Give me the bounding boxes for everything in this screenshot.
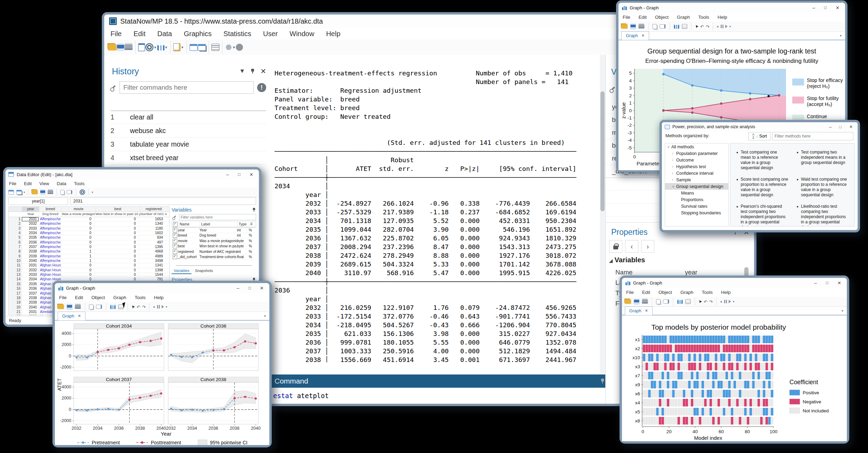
main-print-icon[interactable] (125, 44, 133, 50)
pss-tree-group-sequential-design[interactable]: ∨Group sequential design (665, 183, 728, 190)
history-pin-icon[interactable] (251, 69, 255, 74)
pss-maximize-button[interactable]: □ (839, 125, 842, 129)
de-variable-row-year[interactable]: yearYearint% (172, 228, 256, 233)
de-row-10[interactable]: 102040Affenpinscher103498 (9, 259, 169, 263)
de-col-year[interactable]: year (22, 207, 39, 212)
main-graph-dropdown-icon[interactable]: ▾ (165, 45, 167, 50)
win-gsd-minimize-button[interactable]: – (812, 5, 815, 10)
win-atet-tab-graph[interactable]: Graph✕ (58, 312, 85, 320)
win-atet-graph-icon[interactable] (110, 304, 115, 309)
win-gsd-dropdown-icon[interactable]: ▾ (729, 25, 731, 28)
data-editor-minimize-button[interactable]: – (226, 172, 229, 177)
de-variable-row-breed[interactable]: breedDog breedint% (172, 233, 256, 239)
win-top-table-icon[interactable] (685, 299, 690, 304)
cell-reference-box[interactable]: year[1] (8, 197, 68, 205)
win-gsd-copy-icon[interactable] (653, 24, 657, 29)
win-atet-menu-edit[interactable]: Edit (75, 295, 83, 300)
win-top-print-icon[interactable] (642, 299, 648, 304)
command-input[interactable]: estat atetplot (270, 388, 603, 404)
win-top-record-icon[interactable]: ● (720, 299, 722, 304)
main-graph-icon[interactable] (157, 44, 164, 50)
history-row[interactable]: 4xtset breed year (110, 151, 266, 165)
data-editor-viewer-icon[interactable] (80, 189, 85, 195)
properties-pin-icon[interactable] (733, 230, 737, 234)
de-row-4[interactable]: 42034Affenpinscher001602 (9, 231, 169, 236)
main-log-icon[interactable] (138, 43, 145, 51)
de-row-12[interactable]: 122032Afghan Hound001398 (9, 268, 169, 273)
de-variables-filter-input[interactable] (179, 214, 256, 220)
win-gsd-graph-icon[interactable] (674, 24, 679, 29)
main-menu-edit[interactable]: Edit (133, 30, 145, 38)
history-row[interactable]: 2webuse akc (110, 124, 266, 138)
win-gsd-menu-graph[interactable]: Graph (677, 15, 690, 20)
main-viewer-icon[interactable] (146, 43, 154, 51)
win-gsd-open-icon[interactable] (621, 24, 628, 29)
win-top-copy-icon[interactable] (656, 299, 661, 304)
win-gsd-titlebar[interactable]: Graph - Graph–□✕ (619, 3, 845, 13)
win-top-tab-graph[interactable]: Graph✕ (625, 306, 653, 315)
win-gsd-record-icon[interactable]: ● (716, 24, 719, 28)
main-do-editor-icon[interactable] (173, 43, 181, 51)
win-gsd-table-icon[interactable] (682, 24, 687, 29)
win-atet-tab-dropdown-icon[interactable]: ▾ (264, 314, 266, 318)
de-col-best[interactable]: best (95, 207, 140, 212)
data-editor-data-browser-icon[interactable] (16, 190, 22, 195)
de-col-breed[interactable]: breed (39, 207, 62, 212)
win-atet-menu-tools[interactable]: Tools (135, 295, 146, 300)
win-gsd-tab-close-icon[interactable]: ✕ (641, 33, 645, 38)
data-editor-open-icon[interactable] (32, 190, 38, 195)
win-top-titlebar[interactable]: Graph - Graph–□✕ (622, 278, 847, 288)
de-row-11[interactable]: 112031Afghan Hound001341 (9, 263, 169, 268)
pss-tree-all-methods[interactable]: ∨All methods (665, 143, 728, 150)
main-open-icon[interactable] (108, 44, 116, 50)
win-top-play-icon[interactable] (729, 300, 731, 303)
pss-tree-confidence-interval[interactable]: ›Confidence interval (665, 170, 728, 176)
win-top-menu-edit[interactable]: Edit (642, 290, 650, 295)
data-editor-maximize-button[interactable]: □ (238, 172, 240, 177)
de-variable-row-best[interactable]: bestWon best in show in pa...byte% (172, 244, 256, 249)
history-close-icon[interactable]: ✕ (260, 67, 266, 75)
pss-method-item[interactable]: ●Test comparing one mean to a reference … (733, 147, 792, 173)
win-atet-close-button[interactable]: ✕ (260, 286, 264, 291)
pss-tree-hypothesis-test[interactable]: ›Hypothesis test (665, 163, 728, 170)
win-top-menu-file[interactable]: File (626, 290, 634, 295)
win-atet-copy-icon[interactable] (89, 304, 93, 309)
win-atet-menu-graph[interactable]: Graph (113, 295, 126, 300)
win-atet-pointer-icon[interactable]: ➤ (130, 304, 136, 310)
de-col-movie[interactable]: movie (62, 207, 95, 212)
win-top-pointer-icon[interactable]: ➤ (697, 299, 703, 304)
win-gsd-undo-icon[interactable]: ↶ (700, 24, 704, 29)
data-editor-rename-icon[interactable] (67, 190, 72, 194)
main-menu-help[interactable]: Help (326, 30, 340, 38)
property-row-name[interactable]: Nameyear (615, 267, 740, 278)
main-break-icon[interactable] (236, 44, 243, 51)
win-gsd-menu-object[interactable]: Object (655, 15, 669, 20)
de-row-2[interactable]: 22032Affenpinscher001340 (9, 222, 169, 226)
results-scrollbar[interactable] (600, 55, 605, 389)
pss-tree-sample[interactable]: ›Sample (665, 176, 728, 183)
win-atet-print-icon[interactable] (75, 305, 81, 309)
history-row[interactable]: 3tabulate year movie (110, 138, 266, 151)
results-area[interactable]: Heterogeneous-treatment-effects regressi… (270, 55, 600, 389)
win-atet-redo-icon[interactable]: ↷ (142, 304, 146, 310)
data-editor-menu-view[interactable]: View (39, 181, 49, 186)
main-data-editor-icon[interactable] (189, 44, 197, 51)
main-menu-statistics[interactable]: Statistics (223, 30, 251, 38)
pss-method-item[interactable]: ●Pearson's chi-squared test comparing tw… (733, 201, 792, 226)
de-variable-row-movie[interactable]: movieWas a movie protagonistbyte% (172, 238, 256, 244)
win-atet-menu-help[interactable]: Help (154, 295, 164, 300)
de-row-1[interactable]: 12031Affenpinscher001653 (9, 217, 169, 222)
pss-method-item[interactable]: ●Wald test comparing one proportion to a… (794, 174, 852, 200)
win-atet-save-icon[interactable] (67, 304, 72, 309)
history-filter-icon[interactable]: ▼ (239, 68, 245, 75)
win-atet-menu-object[interactable]: Object (91, 295, 105, 300)
win-gsd-redo-icon[interactable]: ↷ (706, 24, 710, 29)
pss-method-item[interactable]: ●Likelihood-ratio test comparing two ind… (794, 201, 852, 226)
main-save-icon[interactable] (117, 44, 124, 51)
win-gsd-rename-icon[interactable] (660, 24, 666, 28)
data-editor-dropdown-icon[interactable]: ▾ (92, 191, 93, 194)
win-top-graph-icon[interactable] (677, 299, 682, 304)
command-pin-icon[interactable] (600, 379, 605, 384)
de-row-13[interactable]: 132033Afghan Hound001544 (9, 273, 169, 277)
win-top-tab-close-icon[interactable]: ✕ (645, 308, 648, 313)
